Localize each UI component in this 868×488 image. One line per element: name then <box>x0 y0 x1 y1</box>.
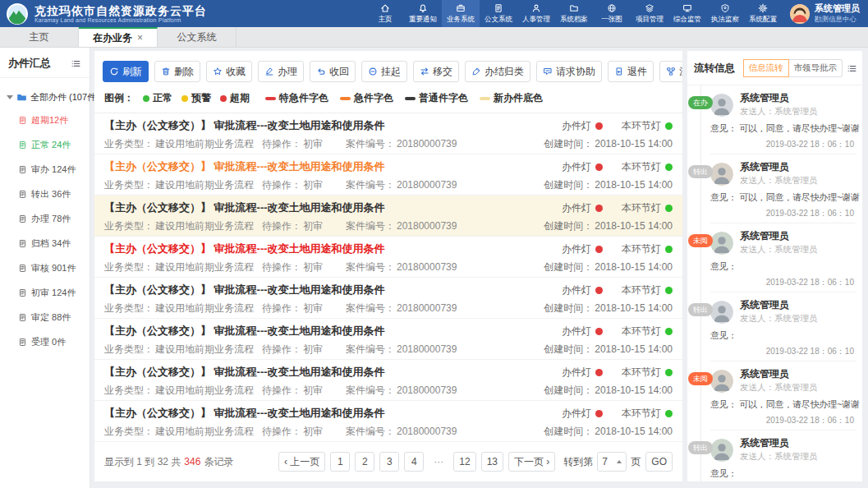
star-icon <box>213 67 223 76</box>
tree-item[interactable]: 审核 901件 <box>7 256 90 280</box>
prev-page-button[interactable]: ‹ 上一页 <box>278 452 325 472</box>
page-button[interactable]: 4 <box>404 452 424 472</box>
case-row[interactable]: 【主办（公文移交）】 审批流程---改变土地用途和使用条件 办件灯 本环节灯 业… <box>94 278 682 319</box>
case-type-label: 业务类型： <box>104 138 154 150</box>
flowchart-button[interactable]: 流程图 <box>659 61 682 82</box>
case-row[interactable]: 【主办（公文移交）】 审批流程---改变土地用途和使用条件 办件灯 本环节灯 业… <box>94 360 682 401</box>
page-button[interactable]: 1 <box>330 452 350 472</box>
tree-item[interactable]: 初审 124件 <box>7 280 90 305</box>
close-icon[interactable]: × <box>137 32 143 44</box>
page-button[interactable]: 12 <box>453 452 475 472</box>
message-timestamp: 2019-03-22 18：06：10 <box>710 139 856 150</box>
nav-item-archives[interactable]: 系统档案 <box>555 0 593 27</box>
page-button[interactable]: 3 <box>379 452 399 472</box>
case-title-row: 【主办（公文移交）】 审批流程---改变土地用途和使用条件 办件灯 本环节灯 <box>104 118 673 133</box>
message-item[interactable]: 转出 系统管理员 发送人：系统管理员 意见： 2019-03-22 18：06：… <box>687 430 862 481</box>
next-label: 下一页 <box>514 455 544 469</box>
app-title-block: 克拉玛依市自然资源政务云平台 Karamay Land and Resource… <box>34 5 207 23</box>
message-item[interactable]: 转出 系统管理员 发送人：系统管理员 意见： 2019-03-22 18：06：… <box>687 292 862 361</box>
tree-item[interactable]: 正常 24件 <box>7 132 90 157</box>
pen-icon <box>471 67 481 76</box>
list-footer: 显示到 1 到 32 共346条记录 ‹ 上一页 1234···1213 下一页… <box>94 442 682 481</box>
list-icon[interactable] <box>71 58 81 69</box>
user-menu[interactable]: 系统管理员 勘测信息中心 <box>782 3 865 25</box>
page-button[interactable]: ··· <box>429 452 448 472</box>
tree-item[interactable]: 受理 0件 <box>7 329 90 354</box>
nav-item-documents[interactable]: 公文系统 <box>480 0 517 27</box>
favorite-button[interactable]: 收藏 <box>206 61 252 82</box>
classify-button[interactable]: 办结归类 <box>465 61 530 82</box>
nav-item-supervision[interactable]: 综合监管 <box>668 0 706 27</box>
nav-item-enforcement[interactable]: 执法监察 <box>706 0 744 27</box>
message-timestamp: 2019-03-22 18：06：10 <box>710 208 856 219</box>
case-title-row: 【主办（公文移交）】 审批流程---改变土地用途和使用条件 办件灯 本环节灯 <box>104 200 673 215</box>
message-item[interactable]: 未阅 系统管理员 发送人：系统管理员 意见： 2019-03-22 18：06：… <box>687 223 862 292</box>
tree-item[interactable]: 审办 124件 <box>7 157 90 182</box>
circulation-tab[interactable]: 市领导批示 <box>789 59 843 77</box>
page-button[interactable]: 2 <box>355 452 374 472</box>
case-op-value: 初审 <box>303 384 323 396</box>
page-button[interactable]: 13 <box>481 452 503 472</box>
list-icon[interactable] <box>847 63 857 74</box>
recall-button[interactable]: 收回 <box>310 61 356 82</box>
case-row[interactable]: 【主办（公文移交）】 审批流程---改变土地用途和使用条件 办件灯 本环节灯 业… <box>94 154 682 196</box>
step-lamp-label: 本环节灯 <box>622 283 661 297</box>
case-row[interactable]: 【主办（公文移交）】 审批流程---改变土地用途和使用条件 办件灯 本环节灯 业… <box>94 237 682 278</box>
nav-item-business[interactable]: 业务系统 <box>442 0 480 27</box>
case-row[interactable]: 【主办（公文移交）】 审批流程---改变土地用途和使用条件 办件灯 本环节灯 业… <box>94 401 682 442</box>
circulation-tab[interactable]: 信息流转 <box>743 59 789 77</box>
return-button[interactable]: 退件 <box>608 61 654 82</box>
message-item[interactable]: 转出 系统管理员 发送人：系统管理员 意见： 可以，同意，请尽快办理~谢谢！ 2… <box>687 154 862 223</box>
case-lamp-dot-icon <box>595 369 603 376</box>
next-page-button[interactable]: 下一页 › <box>508 452 555 472</box>
page-tab[interactable]: 公文系统 <box>158 27 237 47</box>
tree-item[interactable]: 办理 78件 <box>7 206 90 231</box>
tree-item[interactable]: 超期12件 <box>7 108 90 132</box>
case-row[interactable]: 【主办（公文移交）】 审批流程---改变土地用途和使用条件 办件灯 本环节灯 业… <box>94 196 682 237</box>
tree-item[interactable]: 转出 36件 <box>7 182 90 206</box>
home-icon <box>380 3 390 13</box>
case-title: 【主办（公文移交）】 审批流程---改变土地用途和使用条件 <box>104 200 385 215</box>
nav-item-settings[interactable]: 系统配置 <box>744 0 782 27</box>
page-tab[interactable]: 主页 <box>0 27 79 47</box>
goto-page-input[interactable]: 7 <box>597 452 627 472</box>
case-created-value: 2018-10-15 14:00 <box>595 384 673 396</box>
tree-root-all-cases[interactable]: 全部办件 (107件) <box>7 86 90 108</box>
case-lamps: 办件灯 本环节灯 <box>562 201 673 215</box>
case-title-row: 【主办（公文移交）】 审批流程---改变土地用途和使用条件 办件灯 本环节灯 <box>104 406 673 421</box>
caret-up-icon[interactable] <box>617 460 622 463</box>
nav-item-home[interactable]: 主页 <box>366 0 404 27</box>
case-created-label: 创建时间： <box>544 138 593 150</box>
transfer-button[interactable]: 移交 <box>413 61 459 82</box>
nav-item-map[interactable]: 一张图 <box>593 0 631 27</box>
nav-label: 综合监管 <box>673 15 701 25</box>
tree-item[interactable]: 归档 34件 <box>7 231 90 256</box>
legend-dash-label: 特急件字色 <box>279 91 328 105</box>
case-created-label: 创建时间： <box>544 302 593 314</box>
go-button[interactable]: GO <box>645 452 673 472</box>
page-tab-label: 主页 <box>30 30 49 44</box>
case-created-value: 2018-10-15 14:00 <box>595 138 673 150</box>
delete-button[interactable]: 删除 <box>154 61 200 82</box>
step-lamp-label: 本环节灯 <box>622 407 661 421</box>
nav-item-projects[interactable]: 项目管理 <box>631 0 668 27</box>
assist-button[interactable]: 请求协助 <box>536 61 602 82</box>
refresh-button[interactable]: 刷新 <box>103 61 149 82</box>
nav-item-hr[interactable]: 人事管理 <box>517 0 555 27</box>
case-created-value: 2018-10-15 14:00 <box>595 220 673 232</box>
nav-item-notices[interactable]: 重要通知 <box>404 0 442 27</box>
case-created: 创建时间：2018-10-15 14:00 <box>544 137 673 150</box>
step-lamp-label: 本环节灯 <box>622 119 661 133</box>
case-row[interactable]: 【主办（公文移交）】 审批流程---改变土地用途和使用条件 办件灯 本环节灯 业… <box>94 319 682 360</box>
suspend-icon <box>368 67 378 76</box>
tree-item[interactable]: 审定 88件 <box>7 305 90 329</box>
message-item[interactable]: 未阅 系统管理员 发送人：系统管理员 意见： 可以，同意，请尽快办理~谢谢！ 2… <box>687 361 862 430</box>
handle-button[interactable]: 办理 <box>258 61 304 82</box>
message-item[interactable]: 在办 系统管理员 发送人：系统管理员 意见： 可以，同意，请尽快办理~谢谢！ 2… <box>687 85 862 154</box>
case-row[interactable]: 【主办（公文移交）】 审批流程---改变土地用途和使用条件 办件灯 本环节灯 业… <box>94 113 682 154</box>
page-tab[interactable]: 在办业务 × <box>79 27 158 47</box>
avatar <box>710 301 733 324</box>
status-badge: 未阅 <box>688 372 713 385</box>
suspend-button[interactable]: 挂起 <box>361 61 407 82</box>
opinion-value: 可以，同意，请尽快办理~谢谢！ <box>739 399 862 409</box>
